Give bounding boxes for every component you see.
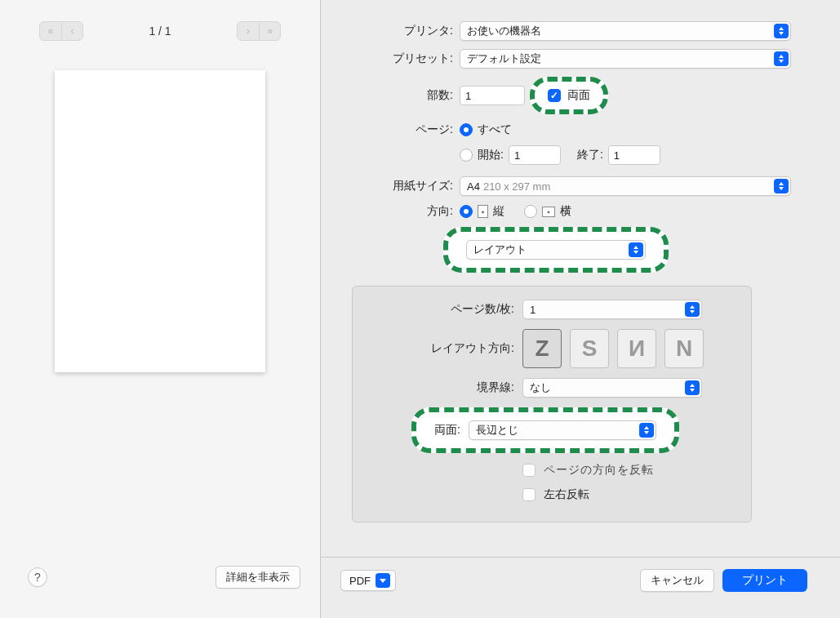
printer-value: お使いの機器名: [467, 24, 541, 38]
preset-value: デフォルト設定: [467, 51, 541, 66]
updown-icon: [685, 302, 700, 317]
pages-all-label: すべて: [478, 122, 512, 137]
flip-horizontal-label: 左右反転: [544, 487, 589, 502]
layout-options-panel: ページ数/枚: 1 レイアウト方向: Z S И N: [352, 286, 752, 522]
pages-per-sheet-popup[interactable]: 1: [522, 300, 702, 319]
portrait-icon: ▪: [478, 205, 488, 218]
page-indicator: 1 / 1: [149, 24, 171, 38]
preview-next-last-group[interactable]: › »: [237, 21, 281, 41]
layout-dir-2[interactable]: S: [570, 329, 609, 368]
border-label: 境界線:: [359, 380, 522, 395]
pages-from-value: 1: [514, 149, 520, 162]
paper-size-name: A4: [467, 180, 480, 193]
duplex-checkbox-label: 両面: [567, 88, 590, 103]
pdf-label: PDF: [349, 575, 371, 587]
print-button[interactable]: プリント: [722, 569, 807, 592]
reverse-orientation-label: ページの方向を反転: [544, 463, 654, 478]
pages-label: ページ:: [321, 122, 460, 137]
chevron-down-icon: [376, 573, 390, 588]
copies-value: 1: [465, 90, 471, 102]
pages-per-sheet-label: ページ数/枚:: [359, 302, 522, 317]
duplex-checkbox[interactable]: [548, 89, 561, 102]
cancel-button[interactable]: キャンセル: [640, 569, 714, 592]
updown-icon: [774, 179, 789, 193]
highlight-duplex-mode: 両面: 長辺とじ: [411, 407, 679, 453]
printer-label: プリンタ:: [321, 24, 460, 38]
first-page-button[interactable]: «: [40, 22, 61, 40]
duplex-mode-value: 長辺とじ: [476, 423, 518, 438]
duplex-mode-label: 両面:: [434, 423, 460, 438]
paper-size-label: 用紙サイズ:: [321, 179, 460, 193]
printer-popup[interactable]: お使いの機器名: [460, 21, 791, 41]
border-popup[interactable]: なし: [522, 378, 702, 398]
pages-to-label: 終了:: [577, 148, 603, 162]
updown-icon: [629, 242, 643, 257]
layout-dir-1[interactable]: Z: [522, 329, 562, 368]
orientation-portrait-label: 縦: [493, 204, 504, 219]
pdf-menu-button[interactable]: PDF: [340, 570, 396, 591]
copies-label: 部数:: [321, 88, 460, 103]
pages-from-field[interactable]: 1: [509, 145, 561, 165]
pages-from-label: 開始:: [478, 148, 504, 162]
pages-range-radio[interactable]: [460, 149, 473, 162]
updown-icon: [639, 423, 654, 438]
flip-horizontal-checkbox[interactable]: [522, 488, 536, 501]
paper-size-dim: 210 x 297 mm: [483, 180, 550, 193]
highlight-section-popup: レイアウト: [443, 227, 669, 273]
next-page-button[interactable]: ›: [238, 22, 259, 40]
last-page-button[interactable]: »: [259, 22, 280, 40]
pages-to-field[interactable]: 1: [608, 145, 660, 165]
highlight-duplex-checkbox: 両面: [530, 77, 608, 114]
help-button[interactable]: ?: [28, 567, 47, 587]
hide-details-button[interactable]: 詳細を非表示: [216, 566, 300, 589]
preset-label: プリセット:: [321, 51, 460, 66]
duplex-mode-popup[interactable]: 長辺とじ: [469, 420, 656, 440]
reverse-orientation-checkbox[interactable]: [522, 464, 536, 477]
pages-to-value: 1: [614, 149, 620, 162]
paper-size-popup[interactable]: A4 210 x 297 mm: [460, 176, 791, 196]
preview-first-prev-group[interactable]: « ‹: [39, 21, 83, 41]
layout-dir-4[interactable]: N: [664, 329, 704, 368]
prev-page-button[interactable]: ‹: [61, 22, 82, 40]
updown-icon: [774, 24, 789, 38]
orientation-portrait-radio[interactable]: [460, 205, 473, 218]
updown-icon: [774, 51, 789, 66]
updown-icon: [685, 380, 700, 395]
layout-dir-3[interactable]: И: [617, 329, 656, 368]
preset-popup[interactable]: デフォルト設定: [460, 49, 791, 69]
pages-per-sheet-value: 1: [530, 304, 536, 316]
section-value: レイアウト: [473, 242, 527, 257]
section-popup[interactable]: レイアウト: [466, 240, 646, 260]
orientation-label: 方向:: [321, 204, 460, 219]
orientation-landscape-radio[interactable]: [524, 205, 537, 218]
print-preview-page: [55, 70, 265, 372]
copies-field[interactable]: 1: [460, 86, 525, 105]
landscape-icon: ▪: [542, 207, 555, 217]
layout-direction-label: レイアウト方向:: [359, 341, 522, 356]
pages-all-radio[interactable]: [460, 123, 473, 136]
orientation-landscape-label: 横: [560, 204, 571, 219]
border-value: なし: [530, 380, 551, 395]
